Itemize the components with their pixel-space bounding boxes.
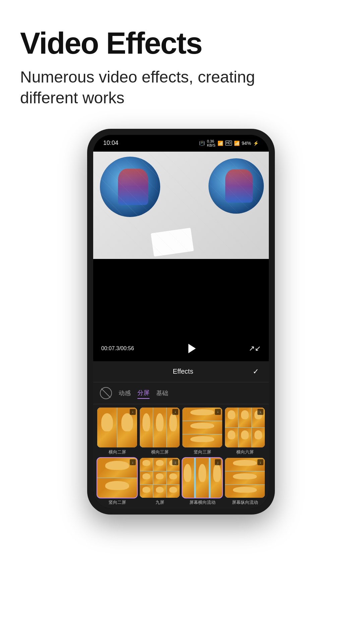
fisheye-right — [208, 158, 264, 214]
status-bar: 10:04 📳 0.36KB/S 📶 HD 📶 94% ⚡ — [93, 135, 269, 152]
download-badge: ↓ — [257, 409, 263, 415]
download-badge: ↓ — [215, 459, 221, 465]
wifi-icon: 📶 — [218, 141, 223, 146]
fisheye-left — [100, 157, 160, 217]
effect-flow-v-thumbnail: ↓ — [225, 458, 265, 498]
hd-icon: HD — [225, 141, 232, 146]
effect-v2-thumbnail: ↓ — [97, 458, 137, 498]
signal-icon: 📶 — [234, 141, 240, 146]
tab-dynamic[interactable]: 动感 — [119, 388, 131, 398]
effects-header: Effects ✓ — [93, 361, 269, 382]
effect-h3-thumbnail: ↓ — [140, 408, 180, 447]
time-display: 00:07.3/00:56 — [101, 345, 134, 352]
page-title: Video Effects — [20, 27, 342, 60]
effect-9s-thumbnail: ↓ — [140, 458, 180, 498]
download-badge: ↓ — [130, 409, 136, 415]
battery-icon: 94% — [242, 141, 251, 146]
charging-icon: ⚡ — [253, 141, 259, 146]
effect-h2-thumbnail: ↓ — [97, 408, 137, 447]
page-wrapper: Video Effects Numerous video effects, cr… — [0, 0, 362, 644]
effect-v3-thumbnail: ↓ — [182, 408, 222, 447]
video-fisheye — [93, 152, 269, 259]
video-controls: 00:07.3/00:56 ↗↙ — [93, 336, 269, 361]
play-button[interactable] — [184, 341, 199, 356]
effect-flow-v[interactable]: ↓ 屏幕纵向流动 — [225, 458, 265, 505]
video-black-area — [93, 259, 269, 336]
speed-icon: 0.36KB/S — [207, 139, 215, 147]
effect-h6-thumbnail: ↓ — [225, 408, 265, 447]
effect-h3-label: 横向三屏 — [151, 449, 169, 455]
effect-h3[interactable]: ↓ 横向三屏 — [140, 408, 180, 455]
download-badge: ↓ — [172, 409, 178, 415]
effect-flow-h-label: 屏幕横向流动 — [189, 500, 216, 505]
tab-bar: 动感 分屏 基础 — [93, 382, 269, 404]
download-badge: ↓ — [172, 459, 178, 465]
play-triangle-icon — [188, 344, 196, 353]
effect-h2[interactable]: ↓ 横向二屏 — [97, 408, 137, 455]
effects-grid-row1: ↓ 横向二屏 ↓ — [93, 404, 269, 458]
effect-h2-label: 横向二屏 — [109, 449, 126, 455]
status-time: 10:04 — [103, 140, 118, 147]
page-subtitle: Numerous video effects, creating differe… — [20, 67, 342, 109]
effect-flow-v-label: 屏幕纵向流动 — [232, 500, 258, 505]
download-badge: ↓ — [130, 459, 136, 465]
download-badge: ↓ — [215, 409, 221, 415]
status-icons: 📳 0.36KB/S 📶 HD 📶 94% ⚡ — [199, 139, 259, 147]
header-section: Video Effects Numerous video effects, cr… — [20, 27, 342, 109]
effects-title: Effects — [113, 368, 253, 375]
tab-split[interactable]: 分屏 — [137, 387, 149, 399]
phone-frame: 10:04 📳 0.36KB/S 📶 HD 📶 94% ⚡ — [87, 129, 275, 515]
effect-9s-label: 九屏 — [156, 500, 164, 505]
effect-v3-label: 竖向三屏 — [194, 449, 211, 455]
effect-h6-label: 横向六屏 — [236, 449, 254, 455]
white-paper — [151, 228, 194, 257]
vibrate-icon: 📳 — [199, 141, 205, 146]
download-badge: ↓ — [257, 459, 263, 465]
effect-flow-h[interactable]: ↓ 屏幕横向流动 — [182, 458, 222, 505]
fullscreen-icon[interactable]: ↗↙ — [249, 344, 261, 353]
effects-grid-row2: ↓ 竖向二屏 — [93, 458, 269, 508]
video-preview — [93, 152, 269, 259]
effect-h6[interactable]: ↓ 横向六屏 — [225, 408, 265, 455]
phone-inner: 10:04 📳 0.36KB/S 📶 HD 📶 94% ⚡ — [93, 135, 269, 508]
tab-basic[interactable]: 基础 — [156, 388, 168, 398]
effect-v2[interactable]: ↓ 竖向二屏 — [97, 458, 137, 505]
effect-v3[interactable]: ↓ 竖向三屏 — [182, 408, 222, 455]
effect-flow-h-thumbnail: ↓ — [182, 458, 222, 498]
effect-9s[interactable]: ↓ 九屏 — [140, 458, 180, 505]
effects-panel: Effects ✓ 动感 分屏 基础 — [93, 361, 269, 508]
effect-v2-label: 竖向二屏 — [109, 500, 126, 505]
effects-check-icon[interactable]: ✓ — [253, 367, 259, 376]
tab-none-icon[interactable] — [100, 387, 112, 399]
